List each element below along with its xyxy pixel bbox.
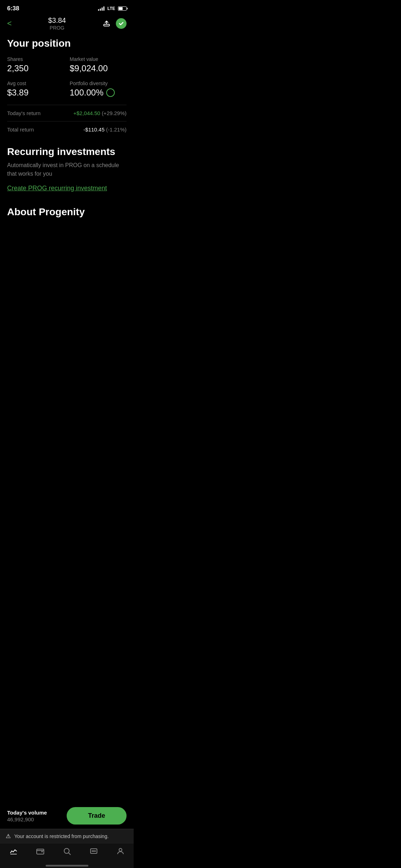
position-section-title: Your position (7, 38, 127, 49)
svg-rect-1 (104, 24, 109, 26)
create-recurring-link[interactable]: Create PROG recurring investment (7, 185, 107, 192)
lte-label: LTE (107, 6, 115, 11)
market-value-item: Market value $9,024.00 (70, 56, 127, 73)
market-value-label: Market value (70, 56, 127, 62)
total-return-value: -$110.45 (-1.21%) (83, 126, 127, 133)
portfolio-diversity-label: Portfolio diversity (70, 81, 127, 86)
recurring-title: Recurring investments (7, 146, 127, 157)
avg-cost-label: Avg cost (7, 81, 64, 86)
signal-bars-icon (98, 6, 104, 11)
checkmark-icon[interactable] (116, 18, 127, 29)
total-return-label: Total return (7, 126, 34, 133)
portfolio-diversity-item: Portfolio diversity 100.00% (70, 81, 127, 98)
status-bar: 6:38 LTE (0, 0, 134, 15)
market-value-value: $9,024.00 (70, 63, 127, 73)
status-time: 6:38 (7, 5, 19, 12)
recurring-description: Automatically invest in PROG on a schedu… (7, 161, 127, 178)
about-title: About Progenity (7, 206, 127, 218)
diversity-value-row: 100.00% (70, 88, 127, 98)
shares-item: Shares 2,350 (7, 56, 64, 73)
header-center: $3.84 PROG (48, 16, 66, 31)
stock-price: $3.84 (48, 16, 66, 25)
about-section: About Progenity (0, 198, 134, 229)
todays-return-value: +$2,044.50 (+29.29%) (73, 110, 127, 116)
header-actions (102, 18, 127, 29)
avg-cost-value: $3.89 (7, 88, 64, 98)
portfolio-diversity-value: 100.00% (70, 88, 104, 98)
share-icon[interactable] (102, 19, 111, 29)
shares-label: Shares (7, 56, 64, 62)
position-grid: Shares 2,350 Market value $9,024.00 Avg … (7, 56, 127, 98)
total-return-row: Total return -$110.45 (-1.21%) (7, 121, 127, 138)
diversity-circle-icon (106, 88, 115, 97)
header-nav: < $3.84 PROG (0, 15, 134, 35)
todays-return-label: Today's return (7, 110, 41, 116)
status-icons: LTE (98, 6, 127, 11)
todays-return-row: Today's return +$2,044.50 (+29.29%) (7, 105, 127, 121)
battery-icon (118, 6, 127, 11)
main-content: Your position Shares 2,350 Market value … (0, 35, 134, 138)
recurring-section: Recurring investments Automatically inve… (0, 138, 134, 198)
stock-ticker: PROG (48, 25, 66, 31)
shares-value: 2,350 (7, 63, 64, 73)
avg-cost-item: Avg cost $3.89 (7, 81, 64, 98)
back-button[interactable]: < (7, 19, 12, 28)
